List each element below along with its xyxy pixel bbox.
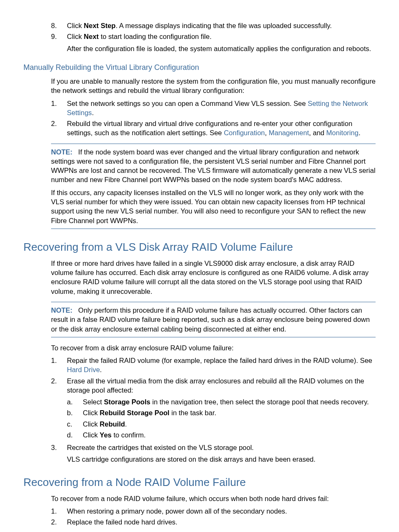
- note-label: NOTE:: [51, 148, 72, 156]
- list-item: c. Click Rebuild.: [67, 419, 376, 429]
- manual-section: If you are unable to manually restore th…: [51, 77, 376, 138]
- step-body: When restoring a primary node, power dow…: [67, 506, 376, 516]
- disk-section: If three or more hard drives have failed…: [51, 259, 376, 296]
- note-box: NOTE: If the node system board was ever …: [51, 144, 376, 229]
- substep-number: a.: [67, 397, 83, 406]
- substep-number: c.: [67, 419, 83, 429]
- step-number: 2.: [51, 119, 67, 138]
- intro-steps: 8. Click Next Step. A message displays i…: [51, 21, 376, 53]
- list-item: 8. Click Next Step. A message displays i…: [51, 21, 376, 30]
- link-monitoring[interactable]: Monitoring: [326, 129, 358, 136]
- node-section: To recover from a node RAID volume failu…: [51, 494, 376, 527]
- substep-number: b.: [67, 408, 83, 417]
- step-number: 1.: [51, 506, 67, 516]
- paragraph: To recover from a disk array enclosure R…: [51, 343, 376, 352]
- step-body: Rebuild the virtual library and virtual …: [67, 119, 376, 138]
- step-body: Recreate the cartridges that existed on …: [67, 443, 376, 464]
- list-item: 1. Repair the failed RAID volume (for ex…: [51, 356, 376, 375]
- paragraph: To recover from a node RAID volume failu…: [51, 494, 376, 503]
- step-body: Click Next Step. A message displays indi…: [67, 21, 376, 30]
- step-number: 3.: [51, 443, 67, 464]
- step-after: VLS cartridge configurations are stored …: [67, 455, 376, 464]
- link-hard-drive[interactable]: Hard Drive: [67, 366, 100, 373]
- list-item: 1. Set the network settings so you can o…: [51, 99, 376, 118]
- step-body: Click Next to start loading the configur…: [67, 32, 376, 53]
- step-number: 1.: [51, 99, 67, 118]
- list-item: 3. Recreate the cartridges that existed …: [51, 443, 376, 464]
- list-item: 9. Click Next to start loading the confi…: [51, 32, 376, 53]
- step-after: After the configuration file is loaded, …: [67, 44, 376, 53]
- step-body: Set the network settings so you can open…: [67, 99, 376, 118]
- step-body: Repair the failed RAID volume (for examp…: [67, 356, 376, 375]
- note-text: Only perform this procedure if a RAID vo…: [51, 306, 370, 333]
- note-text: If the node system board was ever change…: [51, 148, 376, 184]
- note-text: If this occurs, any capacity licenses in…: [51, 188, 376, 225]
- step-number: 1.: [51, 356, 67, 375]
- list-item: 2. Rebuild the virtual library and virtu…: [51, 119, 376, 138]
- disk-steps: To recover from a disk array enclosure R…: [51, 343, 376, 464]
- step-body: Erase all the virtual media from the dis…: [67, 376, 376, 442]
- step-number: 8.: [51, 21, 67, 30]
- list-item: 1. When restoring a primary node, power …: [51, 506, 376, 516]
- step-number: 2.: [51, 517, 67, 527]
- note-label: NOTE:: [51, 306, 72, 314]
- step-number: 2.: [51, 376, 67, 442]
- step-body: Replace the failed node hard drives.: [67, 517, 376, 527]
- paragraph: If you are unable to manually restore th…: [51, 77, 376, 95]
- list-item: b. Click Rebuild Storage Pool in the tas…: [67, 408, 376, 417]
- substep-number: d.: [67, 430, 83, 439]
- link-configuration[interactable]: Configuration: [224, 129, 265, 136]
- list-item: a. Select Storage Pools in the navigatio…: [67, 397, 376, 406]
- link-management[interactable]: Management: [269, 129, 309, 136]
- heading-manual-rebuild: Manually Rebuilding the Virtual Library …: [23, 62, 376, 72]
- note-box: NOTE: Only perform this procedure if a R…: [51, 302, 376, 337]
- heading-disk-array-failure: Recovering from a VLS Disk Array RAID Vo…: [23, 240, 376, 254]
- list-item: d. Click Yes to confirm.: [67, 430, 376, 439]
- step-number: 9.: [51, 32, 67, 53]
- paragraph: If three or more hard drives have failed…: [51, 259, 376, 296]
- list-item: 2. Erase all the virtual media from the …: [51, 376, 376, 442]
- heading-node-raid-failure: Recovering from a Node RAID Volume Failu…: [23, 475, 376, 490]
- list-item: 2. Replace the failed node hard drives.: [51, 517, 376, 527]
